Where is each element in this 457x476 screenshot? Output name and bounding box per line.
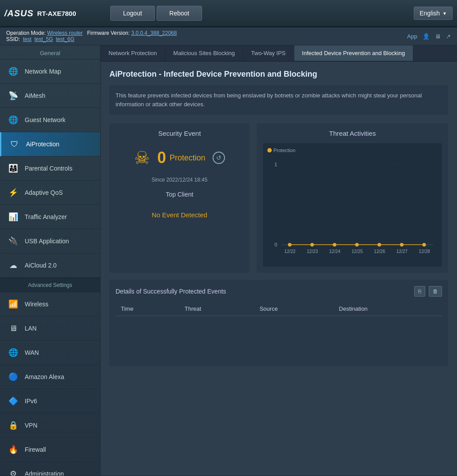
- main-layout: General 🌐 Network Map 📡 AiMesh 🌐 Guest N…: [0, 45, 457, 476]
- sidebar-item-wan[interactable]: 🌐 WAN: [0, 341, 100, 365]
- sidebar-label-amazon-alexa: Amazon Alexa: [25, 373, 64, 380]
- ssid-6g[interactable]: test_6G: [56, 36, 75, 42]
- col-destination: Destination: [333, 302, 442, 316]
- sidebar-label-wan: WAN: [25, 349, 39, 356]
- sidebar: General 🌐 Network Map 📡 AiMesh 🌐 Guest N…: [0, 45, 101, 476]
- general-section-label: General: [0, 45, 100, 60]
- page-content: AiProtection - Infected Device Preventio…: [101, 62, 457, 381]
- col-time: Time: [116, 302, 180, 316]
- svg-text:12/26: 12/26: [374, 249, 386, 254]
- svg-text:1: 1: [274, 162, 277, 167]
- reset-button[interactable]: ↺: [213, 152, 225, 164]
- traffic-icon: 📊: [7, 211, 19, 223]
- sidebar-label-aiprotection: AiProtection: [26, 141, 59, 148]
- sidebar-item-firewall[interactable]: 🔥 Firewall: [0, 438, 100, 462]
- sidebar-item-administration[interactable]: ⚙ Administration: [0, 462, 100, 476]
- details-section: Details of Successfully Protected Events…: [109, 280, 448, 366]
- language-selector[interactable]: English ▼: [414, 7, 453, 20]
- sidebar-item-usb-application[interactable]: 🔌 USB Application: [0, 229, 100, 253]
- operation-mode-label: Operation Mode:: [6, 30, 45, 36]
- sidebar-item-traffic-analyzer[interactable]: 📊 Traffic Analyzer: [0, 205, 100, 229]
- app-link[interactable]: App: [407, 33, 417, 40]
- sidebar-item-ipv6[interactable]: 🔷 IPv6: [0, 389, 100, 413]
- col-source: Source: [254, 302, 333, 316]
- reboot-button[interactable]: Reboot: [157, 6, 202, 21]
- tab-malicious-sites[interactable]: Malicious Sites Blocking: [165, 45, 243, 61]
- threat-chart-svg: 1 0: [267, 156, 438, 257]
- sidebar-label-administration: Administration: [25, 470, 64, 476]
- tab-infected-device[interactable]: Infected Device Prevention and Blocking: [294, 45, 413, 61]
- svg-text:12/27: 12/27: [397, 249, 408, 254]
- sidebar-item-parental-controls[interactable]: 👨‍👩‍👧 Parental Controls: [0, 156, 100, 181]
- sidebar-label-vpn: VPN: [25, 422, 37, 429]
- tab-network-protection[interactable]: Network Protection: [101, 45, 165, 61]
- sidebar-label-traffic-analyzer: Traffic Analyzer: [25, 213, 67, 220]
- usb-icon: 🔌: [7, 235, 19, 247]
- trash-button[interactable]: 🗑: [429, 286, 442, 297]
- person-icon: 👤: [423, 33, 430, 40]
- sidebar-label-usb-application: USB Application: [25, 238, 69, 245]
- globe-icon: 🌐: [7, 65, 19, 78]
- sidebar-item-aicloud[interactable]: ☁ AiCloud 2.0: [0, 253, 100, 278]
- parental-icon: 👨‍👩‍👧: [7, 162, 19, 175]
- protected-events-table: Time Threat Source Destination: [116, 302, 442, 360]
- copy-button[interactable]: ⎘: [414, 286, 425, 297]
- language-label: English: [420, 10, 440, 17]
- sidebar-item-aimesh[interactable]: 📡 AiMesh: [0, 84, 100, 108]
- security-event-content: ☠ 0 Protection ↺ Since 2022/12/24 18:45 …: [116, 143, 243, 219]
- lan-icon: 🖥: [7, 322, 19, 335]
- ssid-2g[interactable]: test: [23, 36, 31, 42]
- logout-button[interactable]: Logout: [110, 6, 155, 21]
- asus-logo: /ASUS: [4, 8, 34, 19]
- content-area: Network Protection Malicious Sites Block…: [101, 45, 457, 476]
- svg-text:12/24: 12/24: [329, 249, 341, 254]
- sidebar-item-amazon-alexa[interactable]: 🔵 Amazon Alexa: [0, 365, 100, 389]
- threat-activities-title: Threat Activities: [263, 130, 442, 137]
- cloud-icon: ☁: [7, 259, 19, 271]
- sidebar-label-aicloud: AiCloud 2.0: [25, 262, 56, 269]
- sidebar-item-wireless[interactable]: 📶 Wireless: [0, 292, 100, 316]
- sidebar-item-lan[interactable]: 🖥 LAN: [0, 316, 100, 341]
- sidebar-item-guest-network[interactable]: 🌐 Guest Network: [0, 108, 100, 132]
- model-name: RT-AXE7800: [37, 10, 76, 17]
- sidebar-label-parental-controls: Parental Controls: [25, 165, 72, 172]
- svg-point-4: [288, 243, 292, 246]
- svg-point-8: [378, 243, 381, 246]
- chevron-down-icon: ▼: [442, 11, 447, 16]
- legend-protection-label: Protection: [273, 148, 296, 153]
- operation-mode-value[interactable]: Wireless router: [47, 30, 83, 36]
- wireless-icon: 📶: [7, 298, 19, 310]
- svg-text:12/23: 12/23: [307, 249, 318, 254]
- page-title: AiProtection - Infected Device Preventio…: [109, 70, 448, 79]
- shield-icon: 🛡: [8, 138, 21, 150]
- sidebar-item-adaptive-qos[interactable]: ⚡ Adaptive QoS: [0, 181, 100, 205]
- sidebar-item-network-map[interactable]: 🌐 Network Map: [0, 60, 100, 84]
- sidebar-label-aimesh: AiMesh: [25, 92, 45, 99]
- info-bar-left: Operation Mode: Wireless router Firmware…: [6, 30, 177, 42]
- qos-icon: ⚡: [7, 186, 19, 199]
- event-count: 0: [157, 149, 166, 167]
- sidebar-label-network-map: Network Map: [25, 68, 61, 75]
- sidebar-item-vpn[interactable]: 🔒 VPN: [0, 413, 100, 438]
- ssid-label: SSID:: [6, 36, 20, 42]
- ssid-5g[interactable]: test_5G: [34, 36, 53, 42]
- advanced-section-label: Advanced Settings: [0, 278, 100, 292]
- alexa-icon: 🔵: [7, 371, 19, 383]
- security-event-panel: Security Event ☠ 0 Protection ↺ Since 20…: [109, 123, 250, 273]
- no-event-text: No Event Detected: [152, 211, 207, 219]
- chart-svg-wrapper: 1 0: [267, 156, 438, 257]
- tab-two-way-ips[interactable]: Two-Way IPS: [243, 45, 294, 61]
- threat-activities-panel: Threat Activities Protection 1: [257, 123, 448, 273]
- firmware-value[interactable]: 3.0.0.4_388_22068: [131, 30, 176, 36]
- info-bar-right: App 👤 🖥 ↗: [407, 33, 451, 40]
- sidebar-label-adaptive-qos: Adaptive QoS: [25, 189, 63, 196]
- aimesh-icon: 📡: [7, 89, 19, 102]
- protection-label: Protection: [169, 153, 205, 163]
- sidebar-item-aiprotection[interactable]: 🛡 AiProtection: [0, 132, 100, 156]
- svg-point-9: [400, 243, 404, 246]
- vpn-icon: 🔒: [7, 419, 19, 431]
- sidebar-label-wireless: Wireless: [25, 301, 49, 308]
- protection-dot: [267, 148, 272, 152]
- svg-text:0: 0: [274, 242, 277, 247]
- two-columns: Security Event ☠ 0 Protection ↺ Since 20…: [109, 123, 448, 273]
